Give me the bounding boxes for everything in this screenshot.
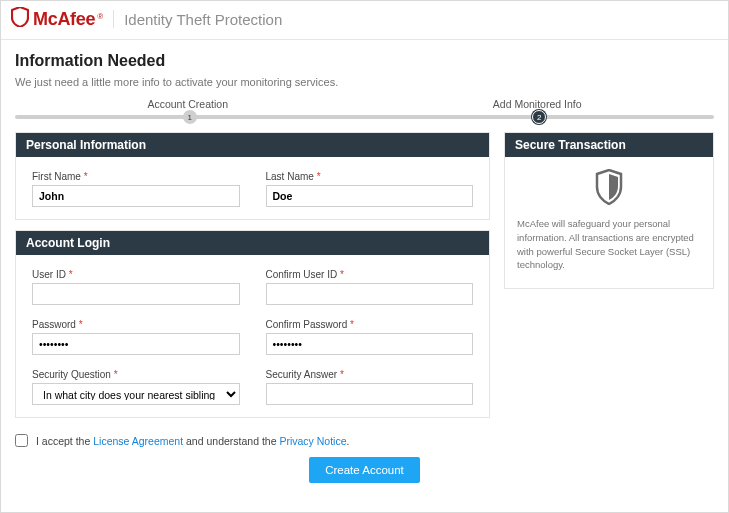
page-subtitle: We just need a little more info to activ… (15, 76, 714, 88)
personal-info-heading: Personal Information (16, 133, 489, 157)
confirm-password-label: Confirm Password * (266, 319, 474, 330)
progress-steps: Account Creation Add Monitored Info 1 2 (15, 98, 714, 124)
security-answer-input[interactable] (266, 383, 474, 405)
header: McAfee ® Identity Theft Protection (1, 1, 728, 40)
account-login-panel: Account Login User ID * Confirm User ID … (15, 230, 490, 418)
mcafee-shield-icon (11, 7, 29, 31)
app-window: McAfee ® Identity Theft Protection Infor… (0, 0, 729, 513)
security-question-select[interactable]: In what city does your nearest sibling l… (32, 383, 240, 405)
create-account-button[interactable]: Create Account (309, 457, 420, 483)
password-input[interactable] (32, 333, 240, 355)
license-agreement-link[interactable]: License Agreement (93, 435, 183, 447)
secure-transaction-text: McAfee will safeguard your personal info… (517, 217, 701, 272)
password-label: Password * (32, 319, 240, 330)
confirm-password-input[interactable] (266, 333, 474, 355)
account-login-heading: Account Login (16, 231, 489, 255)
separator (113, 10, 114, 28)
user-id-input[interactable] (32, 283, 240, 305)
personal-info-panel: Personal Information First Name * Last N… (15, 132, 490, 220)
trademark: ® (97, 12, 103, 21)
step-2-node: 2 (532, 110, 546, 124)
step-1-node: 1 (183, 110, 197, 124)
brand-name: McAfee (33, 9, 95, 30)
confirm-user-id-label: Confirm User ID * (266, 269, 474, 280)
confirm-user-id-input[interactable] (266, 283, 474, 305)
shield-icon (594, 169, 624, 209)
last-name-input[interactable] (266, 185, 474, 207)
accept-text: I accept the License Agreement and under… (36, 435, 349, 447)
first-name-input[interactable] (32, 185, 240, 207)
step-1-label: Account Creation (147, 98, 228, 110)
page-title: Information Needed (15, 52, 714, 70)
step-2-label: Add Monitored Info (493, 98, 582, 110)
secure-transaction-panel: Secure Transaction McAfee will safeguard… (504, 132, 714, 289)
user-id-label: User ID * (32, 269, 240, 280)
security-question-label: Security Question * (32, 369, 240, 380)
footer: I accept the License Agreement and under… (1, 428, 728, 495)
last-name-label: Last Name * (266, 171, 474, 182)
product-name: Identity Theft Protection (124, 11, 282, 28)
secure-transaction-heading: Secure Transaction (505, 133, 713, 157)
step-bar (15, 115, 714, 119)
privacy-notice-link[interactable]: Privacy Notice (279, 435, 346, 447)
brand: McAfee ® (33, 9, 103, 30)
first-name-label: First Name * (32, 171, 240, 182)
content: Information Needed We just need a little… (1, 40, 728, 428)
accept-checkbox[interactable] (15, 434, 28, 447)
security-answer-label: Security Answer * (266, 369, 474, 380)
